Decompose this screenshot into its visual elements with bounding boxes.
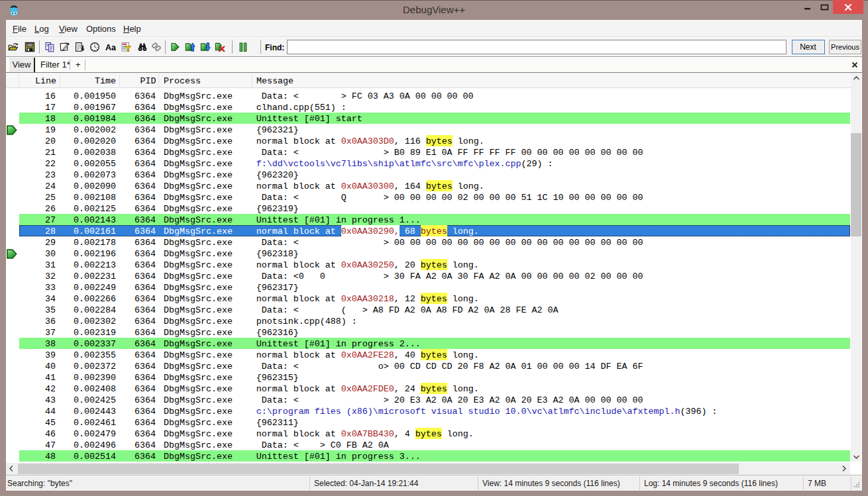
svg-text:Aa: Aa [105, 43, 116, 52]
